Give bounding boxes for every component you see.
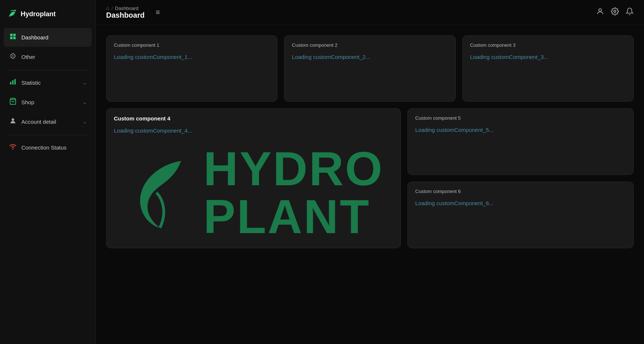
home-icon: ⌂ <box>106 5 109 11</box>
card-comp3-title: Custom component 3 <box>470 42 626 48</box>
page-title: Dashboard <box>106 11 144 20</box>
header-title-block: ⌂ / Dashboard Dashboard <box>106 5 144 20</box>
sidebar-item-connection-status-label: Connection Status <box>21 144 87 151</box>
breadcrumb: ⌂ / Dashboard <box>106 5 144 11</box>
sidebar-item-dashboard-label: Dashboard <box>21 34 87 41</box>
card-comp1: Custom component 1 Loading customCompone… <box>106 35 277 102</box>
svg-point-4 <box>10 55 11 56</box>
dashboard-icon <box>9 33 17 42</box>
card-comp1-title: Custom component 1 <box>114 42 270 48</box>
shop-chevron-icon: ⌄ <box>83 100 87 105</box>
card-comp2-loading: Loading customComponent_2... <box>292 54 448 60</box>
sidebar-logo[interactable]: Hydroplant <box>0 0 95 28</box>
sidebar-item-shop[interactable]: Shop ⌄ <box>4 93 92 112</box>
card-comp3: Custom component 3 Loading customCompone… <box>462 35 634 102</box>
card-comp6-loading: Loading customComponent_6... <box>415 200 626 206</box>
top-row: Custom component 1 Loading customCompone… <box>106 35 634 102</box>
sidebar-item-other-label: Other <box>21 54 87 60</box>
svg-point-11 <box>12 118 14 121</box>
breadcrumb-parent: Dashboard <box>115 6 139 11</box>
svg-rect-2 <box>10 37 13 39</box>
svg-rect-8 <box>12 80 13 85</box>
account-icon <box>9 117 17 126</box>
wifi-icon <box>9 143 17 152</box>
sidebar-item-other[interactable]: Other <box>4 48 92 66</box>
sidebar-item-shop-label: Shop <box>21 99 78 105</box>
card-comp6-title: Custom component 6 <box>415 189 626 194</box>
card-comp4-loading: Loading customComponent_4... <box>114 127 393 134</box>
sidebar-item-connection-status[interactable]: Connection Status <box>4 138 92 157</box>
svg-rect-3 <box>13 37 16 39</box>
card-comp1-loading: Loading customComponent_1... <box>114 54 270 60</box>
statistic-chevron-icon: ⌄ <box>83 80 87 85</box>
card-comp2-title: Custom component 2 <box>292 42 448 48</box>
sidebar-divider-2 <box>7 135 88 135</box>
card-comp3-loading: Loading customComponent_3... <box>470 54 626 60</box>
account-chevron-icon: ⌄ <box>83 119 87 124</box>
shop-icon <box>9 98 17 107</box>
header: ⌂ / Dashboard Dashboard ≡ <box>96 0 644 25</box>
statistic-icon <box>9 78 17 87</box>
bottom-row-right: Custom component 5 Loading customCompone… <box>407 108 634 248</box>
bottom-row: Custom component 4 Loading customCompone… <box>106 108 634 248</box>
content-area: Custom component 1 Loading customCompone… <box>96 25 644 344</box>
sidebar-item-statistic-label: Statistic <box>21 80 78 86</box>
app-name: Hydroplant <box>21 10 56 18</box>
big-logo-plant: PLANT <box>203 193 384 241</box>
svg-rect-1 <box>13 34 16 36</box>
big-logo-hydro: HYDRO <box>203 145 384 193</box>
other-icon <box>9 52 17 62</box>
card-comp5-loading: Loading customComponent_5... <box>415 127 626 133</box>
svg-point-12 <box>13 149 13 150</box>
svg-rect-9 <box>14 79 15 85</box>
sidebar-nav: Dashboard Other Stat <box>0 28 95 344</box>
header-actions <box>596 7 634 17</box>
svg-rect-7 <box>10 82 11 85</box>
breadcrumb-separator: / <box>111 6 113 11</box>
sidebar-item-dashboard[interactable]: Dashboard <box>4 28 92 47</box>
sidebar: Hydroplant Dashboard <box>0 0 96 344</box>
svg-rect-0 <box>10 34 13 36</box>
big-logo-text: HYDRO PLANT <box>203 145 384 241</box>
user-icon[interactable] <box>596 7 604 17</box>
card-comp4: Custom component 4 Loading customCompone… <box>106 108 401 248</box>
bell-icon[interactable] <box>626 7 634 17</box>
card-comp6: Custom component 6 Loading customCompone… <box>407 182 634 248</box>
svg-point-6 <box>14 55 15 56</box>
big-logo-inner: HYDRO PLANT <box>123 145 384 248</box>
sidebar-item-statistic[interactable]: Statistic ⌄ <box>4 73 92 92</box>
big-leaf-icon <box>123 154 197 231</box>
main-content: ⌂ / Dashboard Dashboard ≡ <box>96 0 644 344</box>
card-comp5-title: Custom component 5 <box>415 115 626 121</box>
leaf-icon <box>7 8 17 20</box>
sidebar-item-account-detail[interactable]: Account detail ⌄ <box>4 112 92 131</box>
sidebar-divider-1 <box>7 70 88 70</box>
sidebar-item-account-detail-label: Account detail <box>21 119 78 125</box>
svg-point-5 <box>12 55 13 56</box>
big-logo: HYDRO PLANT <box>106 145 400 248</box>
svg-point-13 <box>599 9 601 11</box>
menu-icon[interactable]: ≡ <box>155 8 160 17</box>
svg-point-14 <box>614 10 616 13</box>
card-comp5: Custom component 5 Loading customCompone… <box>407 108 634 175</box>
settings-icon[interactable] <box>611 7 619 17</box>
card-comp4-title: Custom component 4 <box>114 115 393 122</box>
card-comp2: Custom component 2 Loading customCompone… <box>284 35 455 102</box>
